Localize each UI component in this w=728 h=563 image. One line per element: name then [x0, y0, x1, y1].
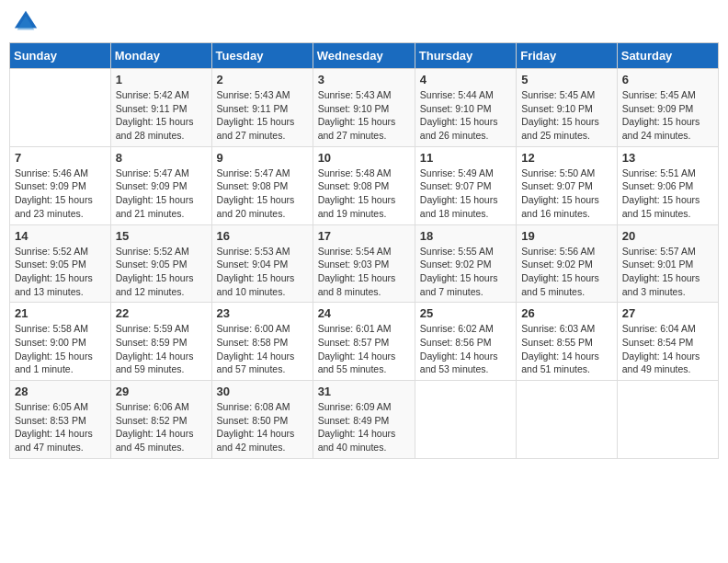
day-info: Sunrise: 5:43 AM Sunset: 9:10 PM Dayligh… [318, 88, 410, 143]
day-number: 10 [318, 151, 410, 165]
calendar-cell: 21Sunrise: 5:58 AM Sunset: 9:00 PM Dayli… [10, 303, 111, 381]
calendar-cell: 2Sunrise: 5:43 AM Sunset: 9:11 PM Daylig… [211, 69, 313, 147]
day-number: 15 [116, 229, 207, 243]
day-number: 26 [521, 306, 612, 320]
calendar-cell: 16Sunrise: 5:53 AM Sunset: 9:04 PM Dayli… [211, 224, 313, 303]
calendar-cell: 26Sunrise: 6:03 AM Sunset: 8:55 PM Dayli… [517, 303, 618, 381]
day-number: 11 [420, 151, 511, 165]
calendar-cell: 7Sunrise: 5:46 AM Sunset: 9:09 PM Daylig… [10, 146, 111, 224]
day-number: 3 [318, 73, 410, 86]
calendar-cell: 10Sunrise: 5:48 AM Sunset: 9:08 PM Dayli… [313, 146, 415, 224]
day-info: Sunrise: 5:43 AM Sunset: 9:11 PM Dayligh… [217, 88, 308, 143]
weekday-header-saturday: Saturday [617, 43, 718, 69]
day-info: Sunrise: 5:52 AM Sunset: 9:05 PM Dayligh… [15, 245, 106, 299]
day-info: Sunrise: 5:48 AM Sunset: 9:08 PM Dayligh… [318, 167, 410, 221]
day-info: Sunrise: 5:57 AM Sunset: 9:01 PM Dayligh… [622, 245, 713, 299]
logo [13, 9, 42, 35]
calendar-week-row: 7Sunrise: 5:46 AM Sunset: 9:09 PM Daylig… [10, 146, 719, 224]
day-number: 23 [217, 306, 308, 320]
day-info: Sunrise: 6:01 AM Sunset: 8:57 PM Dayligh… [318, 322, 410, 376]
calendar-week-row: 28Sunrise: 6:05 AM Sunset: 8:53 PM Dayli… [10, 381, 719, 459]
calendar-cell: 27Sunrise: 6:04 AM Sunset: 8:54 PM Dayli… [617, 303, 718, 381]
logo-icon [13, 9, 39, 35]
day-info: Sunrise: 5:45 AM Sunset: 9:09 PM Dayligh… [622, 88, 713, 143]
calendar-cell: 17Sunrise: 5:54 AM Sunset: 9:03 PM Dayli… [313, 224, 415, 303]
calendar-cell: 22Sunrise: 5:59 AM Sunset: 8:59 PM Dayli… [110, 303, 211, 381]
calendar-cell: 13Sunrise: 5:51 AM Sunset: 9:06 PM Dayli… [617, 146, 718, 224]
calendar-cell: 1Sunrise: 5:42 AM Sunset: 9:11 PM Daylig… [110, 69, 211, 147]
calendar-cell: 3Sunrise: 5:43 AM Sunset: 9:10 PM Daylig… [313, 69, 415, 147]
calendar-cell: 8Sunrise: 5:47 AM Sunset: 9:09 PM Daylig… [110, 146, 211, 224]
day-number: 18 [420, 229, 511, 243]
day-info: Sunrise: 5:59 AM Sunset: 8:59 PM Dayligh… [116, 322, 207, 376]
day-number: 2 [217, 73, 308, 86]
calendar-week-row: 1Sunrise: 5:42 AM Sunset: 9:11 PM Daylig… [10, 69, 719, 147]
day-number: 27 [622, 306, 713, 320]
day-info: Sunrise: 6:09 AM Sunset: 8:49 PM Dayligh… [318, 400, 410, 454]
weekday-header-monday: Monday [110, 43, 211, 69]
day-number: 25 [420, 306, 511, 320]
day-number: 21 [15, 306, 106, 320]
day-number: 9 [217, 151, 308, 165]
day-number: 22 [116, 306, 207, 320]
day-info: Sunrise: 5:52 AM Sunset: 9:05 PM Dayligh… [116, 245, 207, 299]
calendar-cell: 11Sunrise: 5:49 AM Sunset: 9:07 PM Dayli… [415, 146, 516, 224]
day-number: 20 [622, 229, 713, 243]
calendar-cell: 24Sunrise: 6:01 AM Sunset: 8:57 PM Dayli… [313, 303, 415, 381]
day-number: 6 [622, 73, 713, 86]
calendar-week-row: 14Sunrise: 5:52 AM Sunset: 9:05 PM Dayli… [10, 224, 719, 303]
calendar-cell: 28Sunrise: 6:05 AM Sunset: 8:53 PM Dayli… [10, 381, 111, 459]
day-number: 7 [15, 151, 106, 165]
day-info: Sunrise: 6:08 AM Sunset: 8:50 PM Dayligh… [217, 400, 308, 454]
calendar-cell: 19Sunrise: 5:56 AM Sunset: 9:02 PM Dayli… [517, 224, 618, 303]
day-info: Sunrise: 5:49 AM Sunset: 9:07 PM Dayligh… [420, 167, 511, 221]
calendar-cell: 5Sunrise: 5:45 AM Sunset: 9:10 PM Daylig… [517, 69, 618, 147]
day-info: Sunrise: 5:47 AM Sunset: 9:08 PM Dayligh… [217, 167, 308, 221]
day-info: Sunrise: 5:55 AM Sunset: 9:02 PM Dayligh… [420, 245, 511, 299]
day-number: 13 [622, 151, 713, 165]
page-header [9, 9, 719, 35]
day-info: Sunrise: 5:53 AM Sunset: 9:04 PM Dayligh… [217, 245, 308, 299]
calendar-cell [10, 69, 111, 147]
weekday-header-row: SundayMondayTuesdayWednesdayThursdayFrid… [10, 43, 719, 69]
day-info: Sunrise: 5:51 AM Sunset: 9:06 PM Dayligh… [622, 167, 713, 221]
day-number: 1 [116, 73, 207, 86]
day-info: Sunrise: 5:47 AM Sunset: 9:09 PM Dayligh… [116, 167, 207, 221]
calendar-week-row: 21Sunrise: 5:58 AM Sunset: 9:00 PM Dayli… [10, 303, 719, 381]
day-info: Sunrise: 6:02 AM Sunset: 8:56 PM Dayligh… [420, 322, 511, 376]
calendar-cell: 31Sunrise: 6:09 AM Sunset: 8:49 PM Dayli… [313, 381, 415, 459]
day-number: 30 [217, 385, 308, 398]
day-info: Sunrise: 5:54 AM Sunset: 9:03 PM Dayligh… [318, 245, 410, 299]
day-number: 17 [318, 229, 410, 243]
weekday-header-tuesday: Tuesday [211, 43, 313, 69]
calendar-cell: 25Sunrise: 6:02 AM Sunset: 8:56 PM Dayli… [415, 303, 516, 381]
calendar-cell [415, 381, 516, 459]
weekday-header-friday: Friday [517, 43, 618, 69]
calendar-cell: 15Sunrise: 5:52 AM Sunset: 9:05 PM Dayli… [110, 224, 211, 303]
calendar-cell: 30Sunrise: 6:08 AM Sunset: 8:50 PM Dayli… [211, 381, 313, 459]
day-info: Sunrise: 5:42 AM Sunset: 9:11 PM Dayligh… [116, 88, 207, 143]
calendar-cell: 23Sunrise: 6:00 AM Sunset: 8:58 PM Dayli… [211, 303, 313, 381]
day-number: 19 [521, 229, 612, 243]
day-number: 28 [15, 385, 106, 398]
weekday-header-thursday: Thursday [415, 43, 516, 69]
day-info: Sunrise: 5:46 AM Sunset: 9:09 PM Dayligh… [15, 167, 106, 221]
day-info: Sunrise: 6:04 AM Sunset: 8:54 PM Dayligh… [622, 322, 713, 376]
calendar-table: SundayMondayTuesdayWednesdayThursdayFrid… [9, 42, 719, 459]
day-info: Sunrise: 6:06 AM Sunset: 8:52 PM Dayligh… [116, 400, 207, 454]
day-info: Sunrise: 5:50 AM Sunset: 9:07 PM Dayligh… [521, 167, 612, 221]
day-number: 16 [217, 229, 308, 243]
day-number: 5 [521, 73, 612, 86]
calendar-cell: 14Sunrise: 5:52 AM Sunset: 9:05 PM Dayli… [10, 224, 111, 303]
day-number: 4 [420, 73, 511, 86]
day-info: Sunrise: 5:56 AM Sunset: 9:02 PM Dayligh… [521, 245, 612, 299]
day-number: 8 [116, 151, 207, 165]
calendar-cell: 4Sunrise: 5:44 AM Sunset: 9:10 PM Daylig… [415, 69, 516, 147]
day-number: 24 [318, 306, 410, 320]
calendar-cell: 29Sunrise: 6:06 AM Sunset: 8:52 PM Dayli… [110, 381, 211, 459]
weekday-header-wednesday: Wednesday [313, 43, 415, 69]
day-info: Sunrise: 5:44 AM Sunset: 9:10 PM Dayligh… [420, 88, 511, 143]
day-info: Sunrise: 6:00 AM Sunset: 8:58 PM Dayligh… [217, 322, 308, 376]
day-number: 31 [318, 385, 410, 398]
calendar-cell: 6Sunrise: 5:45 AM Sunset: 9:09 PM Daylig… [617, 69, 718, 147]
